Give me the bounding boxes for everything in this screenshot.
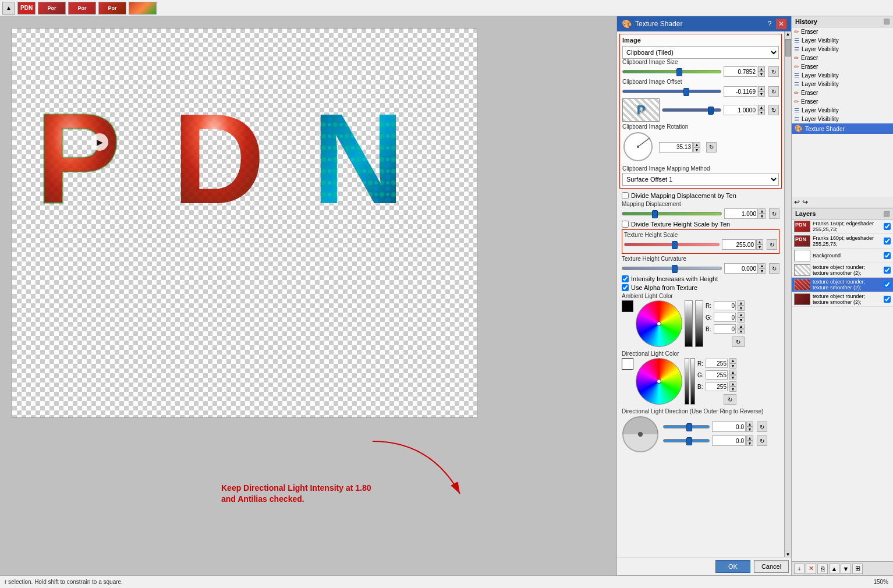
clipboard-size-up-btn[interactable]: ▲ [758,66,765,72]
ok-button[interactable]: OK [715,560,750,573]
toolbar-arrow-icon[interactable]: ▲ [2,2,15,15]
history-item-texture-shader[interactable]: 🎨 Texture Shader [792,123,893,134]
mapping-disp-input[interactable] [724,208,758,219]
rotation-input[interactable] [659,142,693,153]
thumbnail-porcelain-1[interactable]: Por [38,2,66,15]
layer-item-5[interactable]: texture object rounder; texture smoother… [792,292,893,307]
history-item-eraser-5[interactable]: ✏ Eraser [792,97,893,106]
directional-g-down-btn[interactable]: ▼ [729,375,736,380]
clipboard-size-slider-thumb[interactable] [676,68,682,76]
ambient-b-input[interactable] [714,324,736,334]
layer-check-4[interactable] [884,281,891,288]
texture-height-curvature-slider-thumb[interactable] [672,265,678,273]
ambient-g-input[interactable] [714,313,736,322]
layer-item-3[interactable]: texture object rounder; texture smoother… [792,263,893,278]
mapping-method-dropdown[interactable]: Surface Offset 1 Surface Offset 2 Planar [622,173,779,186]
dir-y-up-btn[interactable]: ▲ [746,435,753,441]
directional-r-up-btn[interactable]: ▲ [729,358,736,363]
history-item-layer-vis-6[interactable]: ☰ Layer Visibility [792,115,893,123]
layers-duplicate-btn[interactable]: ⎘ [817,564,828,574]
clipboard-size-refresh-btn[interactable]: ↻ [768,66,779,77]
ambient-color-refresh-btn[interactable]: ↻ [732,336,745,347]
directional-r-input[interactable] [706,359,728,368]
ambient-b-up-btn[interactable]: ▲ [738,324,745,329]
directional-g-up-btn[interactable]: ▲ [729,370,736,375]
scroll-thumb[interactable] [785,39,791,56]
clipboard-size-slider-container[interactable] [622,67,721,76]
ambient-r-input[interactable] [714,301,736,310]
texture-height-scale-slider-container[interactable] [624,240,720,249]
dir-y-slider-thumb[interactable] [686,437,692,445]
thumbnail-porcelain-3[interactable]: Por [98,2,126,15]
layer-check-3[interactable] [884,267,891,274]
texture-height-curvature-down-btn[interactable]: ▼ [759,268,766,274]
layer-check-2[interactable] [884,238,891,245]
rotation-refresh-btn[interactable]: ↻ [706,142,717,153]
directional-brightness-1[interactable] [685,358,689,405]
history-item-layer-vis-2[interactable]: ☰ Layer Visibility [792,45,893,54]
close-button[interactable]: ✕ [776,19,786,29]
rotation-down-btn[interactable]: ▼ [693,147,700,153]
second-offset-input[interactable] [724,105,757,115]
dir-y-input[interactable] [712,435,746,446]
layers-add-btn[interactable]: + [794,564,805,574]
clipboard-size-down-btn[interactable]: ▼ [758,72,765,77]
history-item-eraser-3[interactable]: ✏ Eraser [792,62,893,71]
layer-check-background[interactable] [884,252,891,259]
clipboard-offset-slider-thumb[interactable] [683,88,689,96]
dir-x-up-btn[interactable]: ▲ [746,421,753,427]
ambient-color-swatch[interactable] [622,300,633,312]
help-button[interactable]: ? [764,19,775,29]
layers-delete-btn[interactable]: ✕ [806,564,816,574]
ambient-r-up-btn[interactable]: ▲ [738,300,745,306]
mapping-disp-refresh-btn[interactable]: ↻ [769,208,779,219]
second-offset-refresh-btn[interactable]: ↻ [768,105,779,115]
clipboard-offset-input[interactable] [724,86,757,97]
direction-dial[interactable] [622,416,660,454]
history-item-eraser-1[interactable]: ✏ Eraser [792,27,893,36]
redo-button[interactable]: ↪ [802,198,808,206]
ambient-second-brightness[interactable] [695,300,703,347]
clipboard-size-input[interactable] [724,66,757,77]
layers-merge-btn[interactable]: ⊞ [852,564,863,574]
dialog-scrollbar[interactable]: ▲ ▼ [784,31,791,557]
texture-height-curvature-refresh-btn[interactable]: ↻ [769,263,779,274]
rotation-dial[interactable] [622,131,654,163]
texture-height-curvature-input[interactable] [724,263,758,274]
history-item-layer-vis-3[interactable]: ☰ Layer Visibility [792,71,893,80]
ambient-color-wheel[interactable] [636,300,682,347]
ambient-color-brightness[interactable] [685,300,693,347]
directional-g-input[interactable] [706,370,728,380]
clipboard-offset-down-btn[interactable]: ▼ [758,91,765,97]
rotation-up-btn[interactable]: ▲ [693,142,700,147]
mapping-disp-slider-thumb[interactable] [652,210,658,218]
directional-color-refresh-btn[interactable]: ↻ [724,394,736,405]
mapping-disp-down-btn[interactable]: ▼ [759,214,766,219]
history-item-layer-vis-5[interactable]: ☰ Layer Visibility [792,106,893,115]
layers-move-up-btn[interactable]: ▲ [829,564,839,574]
undo-button[interactable]: ↩ [794,198,800,206]
cancel-button[interactable]: Cancel [754,560,789,573]
ambient-g-up-btn[interactable]: ▲ [738,312,745,317]
divide-mapping-checkbox[interactable] [622,192,629,199]
dir-y-slider-container[interactable] [663,436,710,445]
texture-height-scale-up-btn[interactable]: ▲ [756,239,763,245]
layer-item-2[interactable]: PDN Franks 160pt; edgeshader 255,25,73; [792,234,893,249]
second-offset-down-btn[interactable]: ▼ [758,110,765,115]
texture-height-scale-down-btn[interactable]: ▼ [756,245,763,250]
directional-color-wheel[interactable] [636,358,682,405]
divide-texture-checkbox[interactable] [622,221,629,228]
ambient-g-down-btn[interactable]: ▼ [738,317,745,323]
scroll-up-btn[interactable]: ▲ [786,31,791,37]
thumbnail-flower[interactable] [129,2,157,15]
ambient-b-down-btn[interactable]: ▼ [738,329,745,334]
directional-r-down-btn[interactable]: ▼ [729,363,736,369]
texture-height-scale-slider-thumb[interactable] [672,241,678,249]
second-offset-up-btn[interactable]: ▲ [758,105,765,110]
layer-item-background[interactable]: Background [792,249,893,263]
clipboard-offset-up-btn[interactable]: ▲ [758,86,765,91]
second-offset-slider-container[interactable] [662,105,721,115]
directional-b-up-btn[interactable]: ▲ [729,381,736,387]
layer-item-1[interactable]: PDN Franks 160pt; edgeshader 255,25,73; [792,219,893,234]
dir-x-down-btn[interactable]: ▼ [746,427,753,432]
